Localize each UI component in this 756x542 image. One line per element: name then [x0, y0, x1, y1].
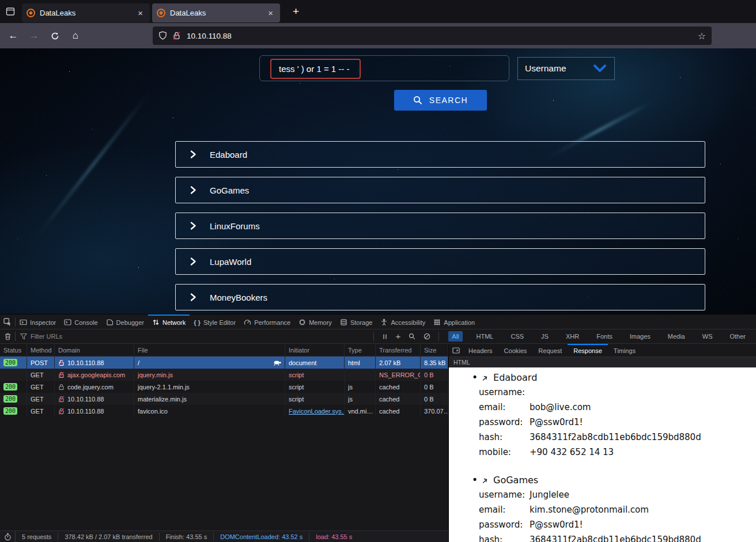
type-filter-all[interactable]: All	[448, 331, 462, 342]
search-requests-icon[interactable]	[409, 333, 415, 340]
search-query-highlight[interactable]: tess ' ) or 1 = 1 -- -	[270, 59, 361, 79]
devtools-tab-application[interactable]: Application	[429, 314, 479, 329]
response-group-edaboard[interactable]: • Edaboard	[449, 370, 756, 385]
requests-count: 5 requests	[16, 533, 58, 541]
request-details-pane: Headers Cookies Request Response Timings…	[448, 344, 756, 542]
field-label: username:	[479, 387, 530, 397]
devtools-tab-inspector[interactable]: Inspector	[16, 314, 60, 329]
type-filter-js[interactable]: JS	[538, 331, 552, 342]
filter-funnel-icon	[20, 333, 27, 340]
accordion-item-lupaworld[interactable]: LupaWorld	[175, 248, 705, 275]
block-request-icon[interactable]	[424, 333, 430, 340]
network-row-jquery[interactable]: 200 GET code.jquery.com jquery-2.1.1.min…	[0, 381, 448, 393]
page-content: tess ' ) or 1 = 1 -- - Username SEARCH E…	[0, 48, 756, 314]
field-label: mobile:	[479, 447, 530, 457]
reload-button[interactable]	[46, 27, 63, 44]
pick-element-icon[interactable]	[0, 314, 15, 329]
type-filter-images[interactable]: Images	[626, 331, 654, 342]
devtools-tab-memory[interactable]: Memory	[294, 314, 336, 329]
accordion-item-gogames[interactable]: GoGames	[175, 177, 705, 203]
details-tab-headers[interactable]: Headers	[463, 344, 498, 357]
initiator-link[interactable]: FaviconLoader.sys….	[289, 408, 345, 415]
column-transferred[interactable]: Transferred	[376, 344, 421, 356]
devtools-tab-console[interactable]: Console	[60, 314, 101, 329]
address-bar[interactable]: 10.10.110.88 ☆	[153, 26, 712, 45]
type-filter-fonts[interactable]: Fonts	[593, 331, 616, 342]
throttling-stopwatch-icon[interactable]	[0, 531, 16, 542]
tab-close-icon[interactable]: ×	[266, 8, 275, 18]
column-domain[interactable]: Domain	[55, 344, 134, 356]
chevron-right-icon	[190, 257, 197, 266]
url-text[interactable]: 10.10.110.88	[187, 32, 698, 40]
finish-time: Finish: 43.55 s	[160, 533, 214, 541]
new-tab-button[interactable]: +	[288, 4, 304, 19]
search-button[interactable]: SEARCH	[394, 90, 487, 111]
accordion-label: LupaWorld	[210, 257, 251, 267]
devtools-tab-network[interactable]: Network	[148, 314, 190, 329]
column-status[interactable]: Status	[0, 344, 27, 356]
accordion-label: LinuxForums	[210, 221, 260, 231]
field-value: +90 432 652 14 13	[530, 447, 756, 457]
forward-button[interactable]: →	[25, 27, 43, 44]
type-filter-media[interactable]: Media	[664, 331, 689, 342]
column-type[interactable]: Type	[345, 344, 376, 356]
tab-close-icon[interactable]: ×	[135, 8, 145, 18]
type-filter-css[interactable]: CSS	[507, 331, 527, 342]
search-icon	[413, 96, 422, 105]
browser-tab-1[interactable]: DataLeaks ×	[22, 3, 150, 22]
details-tab-response[interactable]: Response	[568, 344, 608, 357]
firefox-view-icon[interactable]	[0, 0, 21, 23]
network-row-document[interactable]: 200 POST 10.10.110.88 / document html 2.…	[0, 357, 448, 369]
details-tab-timings[interactable]: Timings	[608, 344, 641, 357]
type-filter-other[interactable]: Other	[726, 331, 749, 342]
clear-requests-trash-icon[interactable]	[0, 332, 15, 340]
column-method[interactable]: Method	[27, 344, 55, 356]
column-initiator[interactable]: Initiator	[285, 344, 345, 356]
search-input[interactable]: tess ' ) or 1 = 1 -- -	[259, 55, 509, 81]
network-filter-bar: Filter URLs + All HTML CSS JS XHR Fonts …	[0, 329, 756, 344]
devtools-tab-performance[interactable]: Performance	[240, 314, 294, 329]
devtools-tab-style-editor[interactable]: { } Style Editor	[190, 314, 240, 329]
filter-urls-input[interactable]: Filter URLs	[31, 333, 62, 340]
response-group-gogames[interactable]: • GoGames	[449, 472, 756, 487]
pause-icon[interactable]	[382, 333, 388, 340]
status-badge: 200	[3, 359, 17, 366]
response-section-header[interactable]: HTML	[449, 357, 756, 367]
panel-toggle-icon[interactable]	[449, 344, 463, 357]
chevron-right-icon	[190, 150, 197, 159]
network-row-jquery-cdn[interactable]: GET ajax.googleapis.com jquery.min.js sc…	[0, 369, 448, 381]
network-row-materialize[interactable]: 200 GET 10.10.110.88 materialize.min.js …	[0, 393, 448, 405]
expander-chevron-icon[interactable]	[482, 476, 488, 484]
field-label: password:	[479, 417, 530, 427]
field-label: email:	[479, 505, 530, 515]
details-tab-cookies[interactable]: Cookies	[498, 344, 533, 357]
network-status-bar: 5 requests 378.42 kB / 2.07 kB transferr…	[0, 530, 448, 542]
field-value: Junglelee	[530, 490, 756, 500]
field-label: username:	[479, 490, 530, 500]
type-filter-html[interactable]: HTML	[473, 331, 497, 342]
expander-chevron-icon[interactable]	[482, 374, 488, 381]
accordion-item-linuxforums[interactable]: LinuxForums	[175, 213, 705, 239]
insecure-lock-icon[interactable]	[172, 31, 181, 40]
devtools-tab-debugger[interactable]: Debugger	[102, 314, 148, 329]
network-row-favicon[interactable]: 200 GET 10.10.110.88 favicon.ico Favicon…	[0, 405, 448, 417]
bookmark-star-icon[interactable]: ☆	[698, 31, 706, 41]
devtools-tab-storage[interactable]: Storage	[336, 314, 377, 329]
accordion-item-moneybookers[interactable]: MoneyBookers	[175, 284, 705, 310]
type-filter-ws[interactable]: WS	[699, 331, 716, 342]
search-field-dropdown[interactable]: Username	[517, 57, 615, 80]
home-button[interactable]: ⌂	[67, 27, 84, 44]
devtools-tab-accessibility[interactable]: Accessibility	[376, 314, 429, 329]
browser-tab-2-active[interactable]: DataLeaks ×	[152, 3, 280, 22]
column-file[interactable]: File	[134, 344, 285, 356]
back-button[interactable]: ←	[5, 27, 22, 44]
type-filter-xhr[interactable]: XHR	[562, 331, 583, 342]
accordion-label: GoGames	[210, 185, 249, 195]
column-size[interactable]: Size	[421, 344, 448, 356]
field-label: password:	[479, 520, 530, 530]
field-label: hash:	[479, 432, 530, 442]
accordion-item-edaboard[interactable]: Edaboard	[175, 141, 705, 168]
shield-icon[interactable]	[158, 31, 167, 40]
details-tab-request[interactable]: Request	[532, 344, 568, 357]
add-request-icon[interactable]: +	[396, 333, 401, 339]
